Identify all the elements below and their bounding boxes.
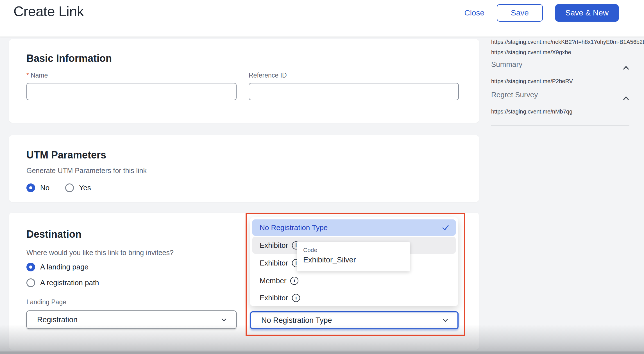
basic-information-title: Basic Information <box>26 53 112 64</box>
info-icon[interactable]: i <box>292 294 300 302</box>
registration-path-option: A registration path <box>26 278 99 287</box>
chevron-up-icon[interactable] <box>622 94 631 103</box>
chevron-up-icon[interactable] <box>622 63 631 72</box>
name-input[interactable] <box>26 83 237 100</box>
landing-page-option: A landing page <box>26 263 89 271</box>
chevron-down-icon <box>220 316 228 323</box>
registration-type-select-value: No Registration Type <box>261 316 332 325</box>
landing-page-select-value: Registration <box>37 316 78 324</box>
save-button[interactable]: Save <box>497 4 543 22</box>
registration-path-radio[interactable] <box>26 278 35 287</box>
code-tooltip: Code Exhibitor_Silver <box>297 242 410 271</box>
utm-yes-label: Yes <box>79 183 91 192</box>
landing-page-select[interactable]: Registration <box>26 310 237 329</box>
landing-page-option-label: A landing page <box>40 263 89 271</box>
tooltip-code-label: Code <box>303 247 410 253</box>
utm-no-radio[interactable] <box>26 183 35 192</box>
link-url[interactable]: https://staging.cvent.me/nekKB2?rt=h8x1Y… <box>491 39 644 45</box>
utm-no-label: No <box>40 183 49 192</box>
destination-question: Where would you like this link to bring … <box>26 249 174 257</box>
dropdown-option-no-registration-type[interactable]: No Registration Type <box>252 219 456 236</box>
page-header: Create Link Close Save Save & New <box>0 0 644 37</box>
landing-page-radio[interactable] <box>26 263 35 271</box>
summary-section-title: Summary <box>491 60 522 69</box>
link-url[interactable]: https://staging.cvent.me/X9gxbe <box>491 49 571 56</box>
chevron-down-icon <box>442 317 449 324</box>
dropdown-option-member[interactable]: Member i <box>252 273 456 289</box>
create-link-page: Create Link Close Save Save & New Basic … <box>0 0 644 354</box>
utm-question: Generate UTM Parameters for this link <box>26 167 147 175</box>
utm-radio-group: No Yes <box>26 183 91 192</box>
destination-title: Destination <box>26 228 81 240</box>
sidebar-divider <box>491 126 629 126</box>
page-title: Create Link <box>13 3 84 20</box>
close-button[interactable]: Close <box>464 8 484 17</box>
registration-type-select[interactable]: No Registration Type <box>250 311 459 329</box>
reference-id-input[interactable] <box>249 83 459 100</box>
check-icon <box>441 223 450 232</box>
links-sidebar: https://staging.cvent.me/nekKB2?rt=h8x1Y… <box>490 37 644 354</box>
basic-information-card: Basic Information *Name Reference ID <box>9 39 479 123</box>
dropdown-option-exhibitor-3[interactable]: Exhibitor i <box>252 290 456 306</box>
info-icon[interactable]: i <box>290 277 298 285</box>
reference-id-label: Reference ID <box>249 72 287 79</box>
header-actions: Close Save Save & New <box>464 4 619 22</box>
utm-yes-radio[interactable] <box>65 183 74 192</box>
save-and-new-button[interactable]: Save & New <box>555 4 619 22</box>
required-asterisk: * <box>26 72 29 79</box>
link-url[interactable]: https://staging.cvent.me/nMb7qg <box>491 108 572 115</box>
landing-page-label: Landing Page <box>26 298 66 306</box>
link-url[interactable]: https://staging.cvent.me/P2beRV <box>491 78 573 85</box>
name-label: *Name <box>26 72 48 79</box>
regret-survey-section-title: Regret Survey <box>491 90 538 99</box>
registration-path-option-label: A registration path <box>40 278 99 287</box>
utm-parameters-card: UTM Parameters Generate UTM Parameters f… <box>9 135 479 202</box>
tooltip-code-value: Exhibitor_Silver <box>303 256 410 264</box>
utm-parameters-title: UTM Parameters <box>26 149 106 161</box>
